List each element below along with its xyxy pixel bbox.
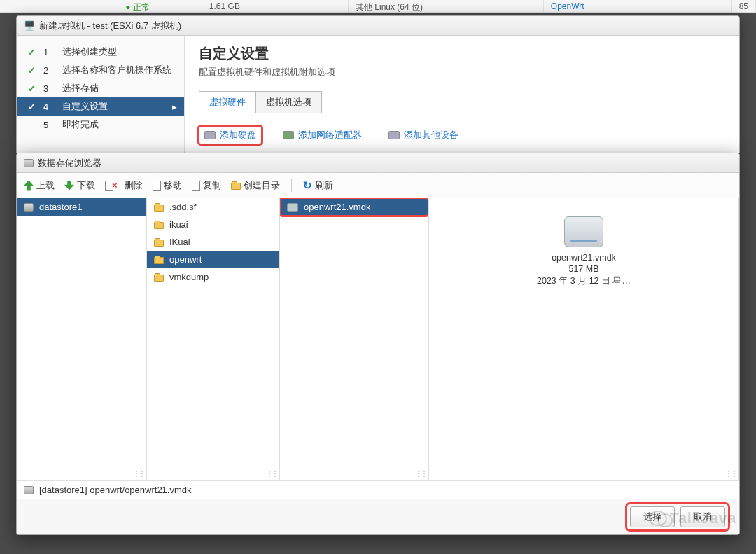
- cancel-button[interactable]: 取消: [680, 506, 725, 527]
- step-5[interactable]: ✓5 即将完成: [17, 116, 184, 134]
- device-icon: [388, 131, 400, 139]
- datastore-icon: [24, 203, 34, 212]
- section-title: 自定义设置: [199, 44, 725, 63]
- delete-button[interactable]: ×删除: [105, 179, 143, 192]
- upload-button[interactable]: 上载: [24, 179, 55, 192]
- preview-name: openwrt21.vmdk: [436, 253, 732, 263]
- folder-openwrt[interactable]: openwrt: [147, 251, 279, 268]
- bg-guest: OpenWrt: [544, 0, 732, 12]
- add-nic-action[interactable]: 添加网络适配器: [277, 126, 368, 144]
- move-icon: [153, 181, 161, 191]
- download-button[interactable]: 下载: [64, 179, 95, 192]
- disk-icon: [204, 131, 216, 139]
- folder-icon: [231, 183, 241, 190]
- new-vm-wizard: 🖥️ 新建虚拟机 - test (ESXi 6.7 虚拟机) ✓1 选择创建类型…: [16, 15, 740, 153]
- bg-size: 1.61 GB: [202, 0, 349, 12]
- vmdk-icon: [287, 203, 298, 212]
- step-4[interactable]: ✓4 自定义设置▸: [17, 97, 184, 116]
- folder-icon: [154, 222, 164, 229]
- bg-status: ● 正常: [118, 0, 202, 12]
- tab-vm-options[interactable]: 虚拟机选项: [256, 91, 322, 113]
- copy-icon: [192, 181, 200, 191]
- disk-preview-icon: [564, 216, 603, 247]
- tab-hardware[interactable]: 虚拟硬件: [199, 91, 256, 113]
- footer-buttons-highlight: 选择 取消: [627, 504, 728, 529]
- col-files[interactable]: openwrt21.vmdk: [280, 198, 429, 480]
- nic-icon: [283, 131, 294, 139]
- datastore-icon: [24, 159, 34, 167]
- mkdir-button[interactable]: 创建目录: [231, 179, 280, 192]
- step-1[interactable]: ✓1 选择创建类型: [17, 43, 184, 61]
- step-3[interactable]: ✓3 选择存储: [17, 79, 184, 97]
- add-disk-action[interactable]: 添加硬盘: [199, 126, 262, 144]
- bg-os: 其他 Linux (64 位): [349, 0, 544, 12]
- folder-vmkdump[interactable]: vmkdump: [147, 268, 279, 286]
- browser-title: 数据存储浏览器: [17, 153, 739, 173]
- section-subtitle: 配置虚拟机硬件和虚拟机附加选项: [199, 66, 725, 78]
- add-other-action[interactable]: 添加其他设备: [383, 126, 464, 144]
- toolbar-sep: [291, 179, 292, 192]
- background-row: ● 正常 1.61 GB 其他 Linux (64 位) OpenWrt 85: [0, 0, 756, 13]
- refresh-icon: ↻: [303, 181, 312, 191]
- col-datastores[interactable]: datastore1: [17, 198, 147, 480]
- copy-button[interactable]: 复制: [192, 179, 221, 192]
- folder-icon: [154, 275, 164, 282]
- browser-toolbar: 上载 下载 ×删除 移动 复制 创建目录 ↻刷新: [17, 173, 739, 198]
- path-bar: [datastore1] openwrt/openwrt21.vmdk: [17, 481, 739, 499]
- folder-icon: [154, 240, 164, 247]
- col-folders[interactable]: .sdd.sf ikuai IKuai openwrt vmkdump: [147, 198, 280, 480]
- folder-ikuai[interactable]: ikuai: [147, 216, 279, 233]
- wizard-title: 🖥️ 新建虚拟机 - test (ESXi 6.7 虚拟机): [17, 16, 739, 36]
- move-button[interactable]: 移动: [153, 179, 182, 192]
- folder-IKuai[interactable]: IKuai: [147, 233, 279, 251]
- datastore-icon: [24, 486, 34, 494]
- datastore1-item[interactable]: datastore1: [17, 198, 146, 216]
- preview-date: 2023 年 3 月 12 日 星…: [436, 275, 732, 287]
- refresh-button[interactable]: ↻刷新: [303, 179, 333, 192]
- step-2[interactable]: ✓2 选择名称和客户机操作系统: [17, 61, 184, 79]
- preview-size: 517 MB: [436, 264, 732, 274]
- upload-icon: [24, 181, 34, 191]
- folder-sddsf[interactable]: .sdd.sf: [147, 198, 279, 216]
- wizard-steps: ✓1 选择创建类型 ✓2 选择名称和客户机操作系统 ✓3 选择存储 ✓4 自定义…: [17, 36, 185, 153]
- file-openwrt21-vmdk[interactable]: openwrt21.vmdk: [280, 198, 428, 216]
- col-preview: openwrt21.vmdk 517 MB 2023 年 3 月 12 日 星…: [429, 198, 739, 480]
- bg-tail: 85: [732, 0, 756, 12]
- wizard-content: 自定义设置 配置虚拟机硬件和虚拟机附加选项 虚拟硬件 虚拟机选项 添加硬盘 添加…: [185, 36, 739, 153]
- folder-icon: [154, 257, 164, 264]
- select-button[interactable]: 选择: [630, 506, 675, 527]
- datastore-browser: 数据存储浏览器 上载 下载 ×删除 移动 复制 创建目录 ↻刷新 datasto…: [16, 153, 740, 535]
- vm-icon: 🖥️: [24, 16, 35, 36]
- browser-footer: 选择 取消: [17, 499, 739, 534]
- download-icon: [64, 181, 74, 191]
- folder-icon: [154, 205, 164, 212]
